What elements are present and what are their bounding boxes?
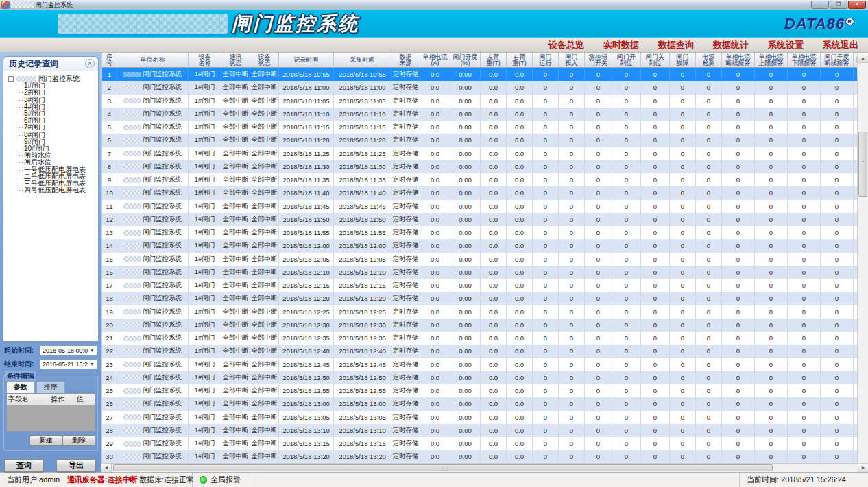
column-header-17[interactable]: 闸门故障: [670, 53, 696, 67]
cell: 0.0: [420, 239, 450, 252]
column-header-0[interactable]: 序号: [102, 53, 117, 67]
cell: 2018/5/18 12:30: [279, 319, 334, 332]
table-row-27[interactable]: 27闸门监控系统1#闸门全部中断全部中断2018/5/18 13:052018/…: [102, 411, 857, 424]
close-button[interactable]: ✕: [848, 1, 866, 9]
table-row-11[interactable]: 11闸门监控系统1#闸门全部中断全部中断2018/5/18 11:452018/…: [102, 200, 857, 213]
column-header-18[interactable]: 电源检测: [696, 53, 722, 67]
scroll-up-arrow-icon[interactable]: ▲: [858, 53, 868, 63]
horizontal-scrollbar[interactable]: ◄ ►: [101, 463, 868, 472]
column-header-6[interactable]: 采集时间: [334, 53, 391, 67]
column-header-3[interactable]: 通讯状态: [221, 53, 250, 67]
new-condition-button[interactable]: 新建: [29, 435, 62, 446]
table-row-25[interactable]: 25闸门监控系统1#闸门全部中断全部中断2018/5/18 12:552018/…: [102, 384, 857, 397]
start-time-picker[interactable]: 2018-05-18 00:0 ▼: [40, 345, 97, 355]
column-header-15[interactable]: 闸门开到位: [612, 53, 641, 67]
table-row-8[interactable]: 8闸门监控系统1#闸门全部中断全部中断2018/5/18 11:302018/5…: [102, 160, 857, 173]
horizontal-scroll-thumb[interactable]: [113, 464, 773, 471]
menu-item-5[interactable]: 系统退出: [823, 39, 858, 51]
table-row-28[interactable]: 28闸门监控系统1#闸门全部中断全部中断2018/5/18 13:102018/…: [102, 424, 857, 437]
scroll-right-arrow-icon[interactable]: ►: [858, 464, 868, 472]
column-header-8[interactable]: 单相电流(A): [420, 53, 450, 67]
export-button[interactable]: 导出: [56, 459, 96, 472]
vertical-scrollbar[interactable]: ▲: [857, 53, 868, 463]
dropdown-arrow-icon[interactable]: ▼: [90, 362, 95, 366]
cell: 0: [821, 279, 854, 292]
cell: 全部中断: [250, 384, 279, 397]
cell: 0: [788, 279, 821, 292]
registered-mark-icon: R: [845, 18, 854, 25]
table-row-1[interactable]: 1闸门监控系统1#闸门全部中断全部中断2018/5/18 10:552018/5…: [102, 68, 857, 81]
menu-item-0[interactable]: 设备总览: [548, 39, 584, 51]
table-row-2[interactable]: 2闸门监控系统1#闸门全部中断全部中断2018/5/18 11:002018/5…: [102, 81, 857, 94]
column-header-1[interactable]: 单位名称: [117, 53, 189, 67]
table-row-26[interactable]: 26闸门监控系统1#闸门全部中断全部中断2018/5/18 13:002018/…: [102, 397, 857, 410]
table-row-4[interactable]: 4闸门监控系统1#闸门全部中断全部中断2018/5/18 11:102018/5…: [102, 108, 857, 121]
table-row-6[interactable]: 6闸门监控系统1#闸门全部中断全部中断2018/5/18 11:202018/5…: [102, 134, 857, 147]
cell: 全部中断: [221, 384, 250, 397]
unit-name-cell: 闸门监控系统: [117, 266, 189, 279]
cell: 27: [102, 411, 117, 424]
table-row-17[interactable]: 17闸门监控系统1#闸门全部中断全部中断2018/5/18 12:152018/…: [102, 279, 857, 292]
condition-tab-0[interactable]: 参数: [6, 381, 35, 393]
vertical-scroll-thumb[interactable]: [858, 132, 867, 197]
table-row-5[interactable]: 5闸门监控系统1#闸门全部中断全部中断2018/5/18 11:152018/5…: [102, 121, 857, 134]
column-header-20[interactable]: 单相电流上限报警: [755, 53, 788, 67]
column-header-2[interactable]: 设备名称: [189, 53, 221, 67]
minimize-button[interactable]: —: [811, 1, 829, 9]
column-header-4[interactable]: 设备状态: [250, 53, 279, 67]
table-row-22[interactable]: 22闸门监控系统1#闸门全部中断全部中断2018/5/18 12:402018/…: [102, 345, 857, 358]
cell: 2018/5/18 10:55: [279, 68, 334, 81]
column-header-19[interactable]: 单相电流断线报警: [722, 53, 755, 67]
table-row-15[interactable]: 15闸门监控系统1#闸门全部中断全部中断2018/5/18 12:052018/…: [102, 253, 857, 266]
table-row-21[interactable]: 21闸门监控系统1#闸门全部中断全部中断2018/5/18 12:352018/…: [102, 332, 857, 345]
menu-item-2[interactable]: 数据查询: [658, 39, 694, 51]
cell: 0: [641, 226, 670, 239]
table-row-29[interactable]: 29闸门监控系统1#闸门全部中断全部中断2018/5/18 13:152018/…: [102, 437, 857, 450]
table-row-16[interactable]: 16闸门监控系统1#闸门全部中断全部中断2018/5/18 12:102018/…: [102, 266, 857, 279]
maximize-button[interactable]: ❐: [830, 1, 847, 9]
menu-item-1[interactable]: 实时数据: [603, 39, 639, 51]
cell: 0: [755, 424, 788, 437]
table-row-13[interactable]: 13闸门监控系统1#闸门全部中断全部中断2018/5/18 11:552018/…: [102, 226, 857, 239]
cell: 0: [755, 358, 788, 371]
cell: 21: [102, 332, 117, 345]
table-row-18[interactable]: 18闸门监控系统1#闸门全部中断全部中断2018/5/18 12:202018/…: [102, 292, 857, 305]
tree-item-16[interactable]: 四号低压配电屏电表: [19, 187, 97, 194]
table-row-23[interactable]: 23闸门监控系统1#闸门全部中断全部中断2018/5/18 12:452018/…: [102, 358, 857, 371]
condition-field-list[interactable]: 字段名操作值: [6, 393, 95, 432]
column-header-16[interactable]: 闸门关到位: [641, 53, 670, 67]
column-header-12[interactable]: 闸门运行: [533, 53, 559, 67]
menu-item-4[interactable]: 系统设置: [768, 39, 804, 51]
column-header-9[interactable]: 闸门开度(%): [450, 53, 481, 67]
column-header-14[interactable]: 测控箱门开关: [585, 53, 612, 67]
end-time-picker[interactable]: 2018-05-21 15:2 ▼: [40, 359, 97, 369]
condition-tab-1[interactable]: 排序: [36, 381, 65, 393]
table-row-12[interactable]: 12闸门监控系统1#闸门全部中断全部中断2018/5/18 11:502018/…: [102, 213, 857, 226]
column-header-10[interactable]: 左荷重(T): [481, 53, 507, 67]
tree-root[interactable]: - 闸门监控系统: [8, 75, 97, 82]
delete-condition-button[interactable]: 删除: [62, 435, 95, 446]
table-row-10[interactable]: 10闸门监控系统1#闸门全部中断全部中断2018/5/18 11:402018/…: [102, 186, 857, 199]
collapse-panel-button[interactable]: ∧: [85, 59, 95, 68]
column-header-7[interactable]: 数据来源: [391, 53, 420, 67]
column-header-11[interactable]: 右荷重(T): [507, 53, 533, 67]
table-row-20[interactable]: 20闸门监控系统1#闸门全部中断全部中断2018/5/18 12:302018/…: [102, 319, 857, 332]
dropdown-arrow-icon[interactable]: ▼: [90, 348, 95, 353]
menu-item-3[interactable]: 数据统计: [713, 39, 749, 51]
scroll-left-arrow-icon[interactable]: ◄: [101, 464, 112, 472]
column-header-21[interactable]: 单相电流下限报警: [788, 53, 821, 67]
column-header-5[interactable]: 记录时间: [279, 53, 334, 67]
cell: 0: [755, 108, 788, 121]
table-row-19[interactable]: 19闸门监控系统1#闸门全部中断全部中断2018/5/18 12:252018/…: [102, 305, 857, 319]
tree-expander-icon[interactable]: -: [8, 76, 14, 82]
table-row-24[interactable]: 24闸门监控系统1#闸门全部中断全部中断2018/5/18 12:502018/…: [102, 371, 857, 384]
table-row-3[interactable]: 3闸门监控系统1#闸门全部中断全部中断2018/5/18 11:052018/5…: [102, 95, 857, 108]
column-header-22[interactable]: 闸门开度断线报警: [821, 53, 854, 67]
cell: 28: [102, 424, 117, 437]
table-row-9[interactable]: 9闸门监控系统1#闸门全部中断全部中断2018/5/18 11:352018/5…: [102, 173, 857, 186]
table-row-14[interactable]: 14闸门监控系统1#闸门全部中断全部中断2018/5/18 12:002018/…: [102, 239, 857, 252]
query-button[interactable]: 查询: [4, 459, 44, 472]
table-row-30[interactable]: 30闸门监控系统1#闸门全部中断全部中断2018/5/18 13:202018/…: [102, 450, 857, 463]
table-row-7[interactable]: 7闸门监控系统1#闸门全部中断全部中断2018/5/18 11:252018/5…: [102, 147, 857, 160]
column-header-13[interactable]: 闸门投入: [559, 53, 585, 67]
